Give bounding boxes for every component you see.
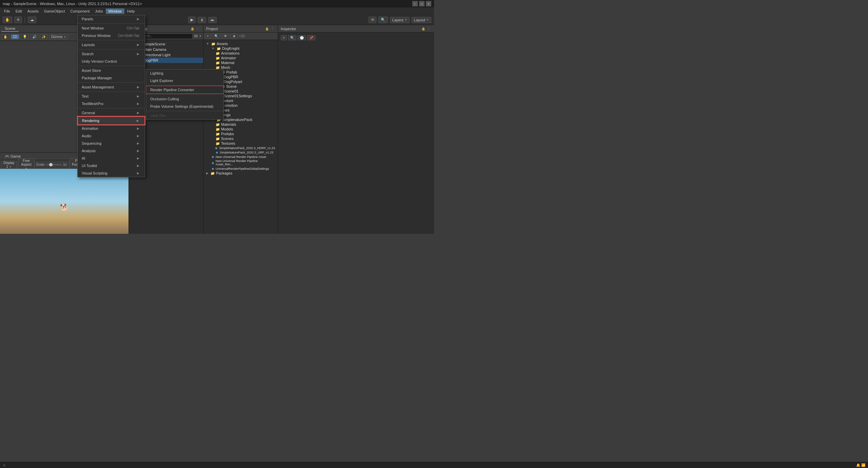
submenu-probe-volume[interactable]: Probe Volume Settings (Experimental) (146, 103, 223, 110)
pause-button[interactable]: ⏸ (198, 17, 206, 23)
proj-item-assets[interactable]: ▼ 📁 Assets (203, 41, 278, 46)
folder-pkg-icon: 📁 (211, 171, 215, 175)
proj-search-btn[interactable]: 🔍 (212, 34, 220, 39)
submenu-render-pipeline[interactable]: Render Pipeline Converter (146, 86, 223, 94)
proj-item-prefabs[interactable]: 📁 Prefabs (203, 131, 278, 136)
proj-item-models[interactable]: 📁 Models (203, 127, 278, 131)
proj-item-animations[interactable]: 📁 Animations (203, 51, 278, 56)
close-button[interactable]: × (426, 1, 431, 6)
menu-audio[interactable]: Audio ▶ (78, 132, 145, 140)
proj-item-snhdrp[interactable]: ◈ SimpleNaturePack_2020.3_HDRP_v1.23 (203, 146, 278, 150)
menu-visual-scripting[interactable]: Visual Scripting ▶ (78, 169, 145, 177)
menu-layouts[interactable]: Layouts ▶ (78, 41, 145, 48)
probe-label: Probe Volume Settings (Experimental) (150, 104, 213, 108)
seq-arrow-icon: ▶ (137, 142, 139, 145)
collab-button[interactable]: ⟲ (369, 17, 376, 23)
insp-search-icon-btn[interactable]: 🔍 (288, 35, 296, 40)
proj-lock-icon[interactable]: 🔒 (264, 26, 270, 32)
submenu-light-explorer[interactable]: Light Explorer (146, 77, 223, 84)
scale-slider[interactable] (46, 164, 62, 165)
menu-textmeshpro[interactable]: TextMeshPro ▶ (78, 100, 145, 107)
search-button[interactable]: 🔍 (378, 17, 388, 23)
fx-btn[interactable]: ✨ (40, 34, 48, 39)
submenu-occlusion-culling[interactable]: Occlusion Culling (146, 95, 223, 103)
proj-item-dogknight[interactable]: ▼ 📁 DogKnight (203, 46, 278, 51)
proj-more-icon[interactable]: ⋮ (270, 26, 275, 32)
hier-lock-icon[interactable]: 🔒 (190, 26, 195, 32)
menu-ui-toolkit[interactable]: UI Toolkit ▶ (78, 162, 145, 169)
insp-add-component-btn[interactable]: + (281, 35, 287, 40)
proj-prefabs-label: Prefabs (221, 132, 234, 136)
folder-mats-icon: 📁 (216, 123, 220, 126)
2d-btn[interactable]: 2D (11, 34, 19, 39)
menu-edit[interactable]: Edit (13, 8, 25, 14)
menu-animation[interactable]: Animation ▶ (78, 125, 145, 132)
inspector-header: Inspector 🔒 ⋮ (278, 25, 434, 33)
menu-asset-mgmt[interactable]: Asset Management ▶ (78, 83, 145, 91)
toolbar-move-btn[interactable]: ✛ (14, 17, 22, 23)
menu-prev-window[interactable]: Previous Window Ctrl+Shift+Tab (78, 32, 145, 39)
layers-arrow-icon: ▼ (405, 18, 407, 21)
proj-item-packages[interactable]: ▶ 📁 Packages (203, 171, 278, 176)
hier-more-icon[interactable]: ⋮ (195, 26, 200, 32)
menu-component[interactable]: Component (67, 8, 92, 14)
asset-mgmt-label: Asset Management (82, 85, 114, 89)
proj-item-newurp[interactable]: ◈ New Universal Render Pipeline Asset (203, 155, 278, 159)
cloud-button[interactable]: ☁ (28, 17, 36, 23)
insp-pin-btn[interactable]: 📌 (307, 35, 315, 40)
menu-assets[interactable]: Assets (25, 8, 41, 14)
maximize-button[interactable]: □ (419, 1, 425, 6)
hier-search-input[interactable] (138, 34, 193, 39)
menu-package-manager[interactable]: Package Manager (78, 74, 145, 82)
menu-text[interactable]: Text ▶ (78, 93, 145, 100)
menu-window[interactable]: Window (106, 8, 124, 14)
tab-scene[interactable]: Scene (1, 26, 19, 32)
proj-star-btn[interactable]: ★ (231, 34, 238, 39)
project-panel: Project 🔒 ⋮ + 🔍 👁 ★ ×20 ▼ 📁 Assets (203, 25, 278, 234)
menu-next-window[interactable]: Next Window Ctrl+Tab (78, 24, 145, 32)
menu-rendering[interactable]: Rendering ▶ (78, 117, 145, 125)
proj-eye-btn[interactable]: 👁 (222, 34, 229, 39)
submenu-lighting[interactable]: Lighting (146, 69, 223, 77)
hand-tool-btn[interactable]: ✋ (1, 34, 9, 39)
proj-item-snurp[interactable]: ◈ SimpleNaturePack_2020.3_URP_v1.23 (203, 150, 278, 155)
proj-item-scenes2[interactable]: 📁 Scenes (203, 136, 278, 141)
insp-lock-icon[interactable]: 🔒 (420, 26, 426, 32)
hier-all-label[interactable]: All (194, 34, 198, 38)
proj-item-animator[interactable]: 📁 Animator (203, 56, 278, 60)
menu-asset-store[interactable]: Asset Store (78, 67, 145, 74)
next-window-label: Next Window (82, 26, 104, 30)
proj-item-newurpren[interactable]: ◈ New Universal Render Pipeline Asset_Re… (203, 159, 278, 166)
sub-sep-2 (146, 94, 223, 95)
toolbar-hand-btn[interactable]: ✋ (3, 17, 12, 23)
menu-ai[interactable]: AI ▶ (78, 155, 145, 162)
menu-panels[interactable]: Panels ▶ (78, 15, 145, 23)
layers-button[interactable]: Layers ▼ (390, 17, 410, 23)
menu-general[interactable]: General ▶ (78, 109, 145, 117)
insp-more-icon[interactable]: ⋮ (426, 26, 431, 32)
layout-button[interactable]: Layout ▼ (412, 17, 431, 23)
game-display-btn[interactable]: Display 1 ▼ (1, 160, 17, 169)
menu-file[interactable]: File (1, 8, 13, 14)
lighting-label: Lighting (150, 71, 163, 75)
audio-btn[interactable]: 🔊 (30, 34, 38, 39)
insp-history-btn[interactable]: 🕐 (298, 35, 306, 40)
proj-item-material[interactable]: 📁 Material (203, 60, 278, 65)
menu-unity-version-control[interactable]: Unity Version Control (78, 58, 145, 65)
menu-analysis[interactable]: Analysis ▶ (78, 147, 145, 155)
menu-search[interactable]: Search ▶ (78, 50, 145, 58)
lighting-btn[interactable]: 💡 (21, 34, 29, 39)
proj-item-textures[interactable]: 📁 Textures (203, 141, 278, 146)
layout-arrow-icon: ▼ (426, 18, 429, 21)
menu-help[interactable]: Help (124, 8, 138, 14)
proj-item-materials[interactable]: 📁 Materials (203, 122, 278, 127)
proj-item-urpglobal[interactable]: ◈ UniversalRenderPipelineGlobalSettings (203, 166, 278, 171)
minimize-button[interactable]: − (412, 1, 418, 6)
menu-sequencing[interactable]: Sequencing ▶ (78, 140, 145, 147)
step-button[interactable]: ⏭ (208, 17, 217, 23)
proj-add-btn[interactable]: + (205, 34, 211, 39)
menu-jobs[interactable]: Jobs (92, 8, 105, 14)
menu-gameobject[interactable]: GameObject (41, 8, 68, 14)
scene-gizmos-btn[interactable]: Gizmos ▼ (49, 34, 68, 39)
play-button[interactable]: ▶ (188, 17, 196, 23)
